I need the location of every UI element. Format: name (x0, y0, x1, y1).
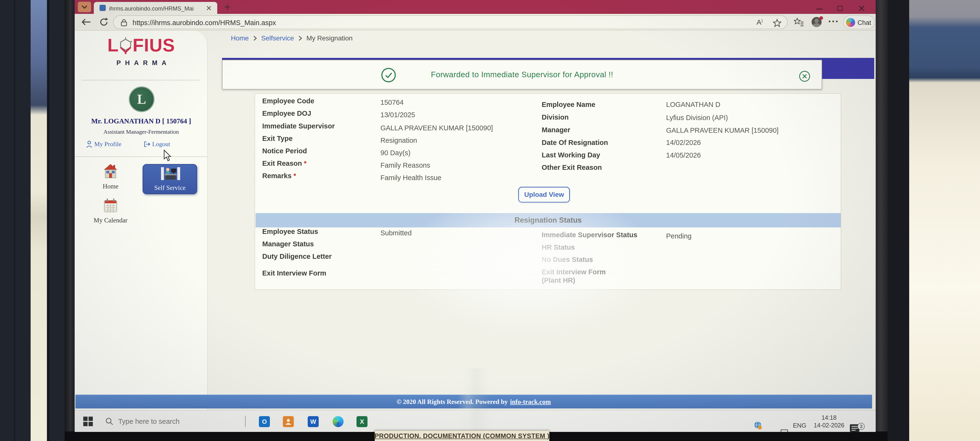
logo-subtitle: PHARMA (75, 59, 208, 67)
required-marker: * (294, 172, 296, 179)
background-right (909, 0, 980, 441)
refresh-icon[interactable] (99, 17, 109, 27)
field-value: 150764 (380, 98, 404, 106)
success-alert: Forwarded to Immediate Supervisor for Ap… (222, 60, 822, 89)
collections-icon[interactable] (794, 18, 804, 27)
window-minimize-button[interactable] (816, 9, 822, 10)
status-label: No Dues Status (542, 255, 593, 263)
mouse-cursor (164, 150, 172, 161)
breadcrumb-separator-icon (298, 35, 302, 41)
nav-calendar-label[interactable]: My Calendar (84, 217, 137, 224)
chevron-down-icon (81, 5, 88, 9)
field-label: Employee DOJ (262, 109, 311, 117)
status-label: Exit Interview Form (Plant HR) (542, 268, 620, 285)
status-label: HR Status (542, 243, 575, 251)
network-display-icon[interactable] (780, 422, 789, 432)
monitor-label-text: PRODUCTION. DOCUMENTATION (COMMON SYSTEM… (375, 432, 550, 440)
chat-label: Chat (858, 19, 871, 27)
nav-home-label[interactable]: Home (91, 183, 130, 190)
logo-hexagon-icon (119, 37, 132, 54)
lyfius-logo: LFIUS (75, 35, 208, 56)
breadcrumb-home[interactable]: Home (231, 35, 249, 42)
field-label: Remarks* (262, 172, 296, 180)
update-globe-icon[interactable] (753, 421, 762, 432)
profile-notification-dot (819, 16, 823, 20)
field-value: 90 Day(s) (380, 149, 410, 157)
footer-link[interactable]: info-track.com (510, 398, 551, 406)
nav-self-service-label: Self Service (143, 184, 196, 192)
breadcrumb-selfservice[interactable]: Selfservice (261, 35, 294, 42)
taskbar-search[interactable]: Type here to search (105, 415, 239, 428)
user-avatar: L (129, 86, 154, 112)
resignation-form-panel: Employee Code 150764 Employee DOJ 13/01/… (255, 93, 841, 290)
tab-close-icon[interactable] (206, 5, 212, 11)
windows-start-button[interactable] (83, 417, 93, 426)
field-label: Manager (542, 126, 570, 134)
window-frame (888, 0, 909, 441)
photo-of-monitor: ihrms.aurobindo.com/HRMS_Mai https://ihr… (0, 0, 980, 441)
copilot-chat-button[interactable]: Chat (843, 15, 875, 29)
required-marker: * (304, 160, 307, 167)
alert-close-icon[interactable] (799, 70, 811, 82)
person-icon (86, 141, 92, 148)
search-icon (105, 417, 113, 425)
edge-icon[interactable] (332, 416, 344, 427)
field-label: Employee Code (262, 97, 314, 105)
status-label: Duty Diligence Letter (262, 252, 332, 260)
field-label: Notice Period (262, 147, 307, 155)
excel-icon[interactable]: X (356, 416, 368, 427)
clock-time: 14:18 (811, 414, 847, 421)
alert-message: Forwarded to Immediate Supervisor for Ap… (223, 60, 822, 89)
outlook-icon[interactable]: O (259, 416, 270, 427)
footer-text: © 2020 All Rights Reserved. Powered by (397, 398, 508, 406)
field-label: Exit Type (262, 135, 293, 143)
nav-self-service[interactable]: Self Service (143, 164, 197, 194)
tab-favicon (100, 5, 106, 11)
window-close-button[interactable] (859, 5, 865, 11)
home-icon[interactable] (103, 163, 118, 179)
read-aloud-icon[interactable]: A) (757, 18, 763, 26)
windows-taskbar: Type here to search O W X ENG 14:18 14-0… (75, 410, 876, 432)
field-value: Resignation (380, 136, 417, 144)
clock-date: 14-02-2026 (811, 421, 847, 429)
page-footer: © 2020 All Rights Reserved. Powered by i… (75, 395, 872, 408)
field-value: LOGANATHAN D (666, 101, 721, 109)
tab-list-button[interactable] (78, 2, 91, 13)
status-value: Pending (666, 232, 692, 240)
taskbar-clock[interactable]: 14:18 14-02-2026 (811, 414, 847, 429)
field-value: 14/05/2026 (666, 151, 701, 159)
people-app-icon[interactable] (283, 416, 294, 427)
address-bar[interactable]: https://ihrms.aurobindo.com/HRMS_Main.as… (113, 15, 788, 29)
field-value: GALLA PRAVEEN KUMAR [150090] (380, 124, 493, 132)
taskbar-separator (245, 416, 246, 427)
logout-link[interactable]: Logout (143, 141, 170, 148)
my-profile-link[interactable]: My Profile (86, 141, 121, 148)
status-label: Exit Interview Form (262, 269, 326, 277)
browser-tab[interactable]: ihrms.aurobindo.com/HRMS_Mai (94, 2, 217, 14)
field-label: Immediate Supervisor (262, 122, 335, 130)
field-value: 14/02/2026 (666, 139, 701, 147)
monitor-bezel-left (65, 0, 75, 441)
self-service-icon (161, 167, 181, 181)
new-tab-icon[interactable] (223, 3, 232, 11)
tray-chevron-up-icon[interactable] (770, 423, 776, 432)
favorites-star-icon[interactable] (773, 19, 781, 27)
search-placeholder: Type here to search (118, 417, 180, 425)
browser-toolbar: https://ihrms.aurobindo.com/HRMS_Main.as… (75, 14, 876, 31)
resignation-status-header: Resignation Status (256, 213, 841, 227)
field-value: 13/01/2025 (380, 111, 415, 119)
upload-view-button[interactable]: Upload View (518, 187, 570, 203)
field-label: Date Of Resignation (542, 139, 608, 147)
url-text: https://ihrms.aurobindo.com/HRMS_Main.as… (132, 19, 276, 27)
breadcrumb: Home Selfservice My Resignation (231, 35, 353, 42)
field-value: Lyfius Division (API) (666, 114, 728, 122)
word-icon[interactable]: W (308, 416, 319, 427)
browser-menu-icon[interactable] (829, 21, 840, 23)
field-label: Last Working Day (542, 151, 600, 159)
status-label: Employee Status (262, 228, 318, 236)
back-icon[interactable] (81, 17, 91, 27)
calendar-icon[interactable] (104, 198, 117, 214)
window-maximize-button[interactable] (837, 6, 843, 11)
status-label: Immediate Supervisor Status (542, 231, 637, 239)
language-indicator[interactable]: ENG (793, 422, 806, 429)
